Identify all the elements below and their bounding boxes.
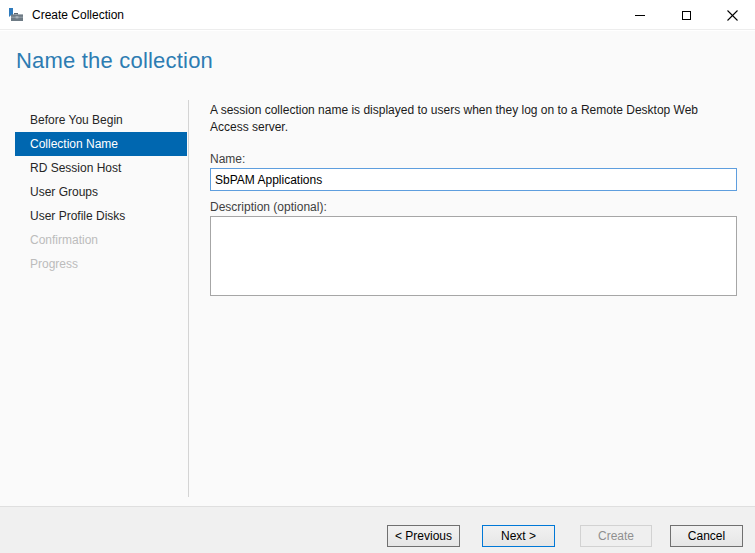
server-manager-toolbox-icon <box>8 7 24 23</box>
sidebar-item-collection-name[interactable]: Collection Name <box>15 132 187 156</box>
wizard-body: Name the collection Before You Begin Col… <box>0 31 755 506</box>
sidebar-item-before-you-begin[interactable]: Before You Begin <box>15 108 187 132</box>
intro-text: A session collection name is displayed t… <box>210 102 737 136</box>
page-title: Name the collection <box>16 48 213 74</box>
create-button[interactable]: Create <box>580 525 652 547</box>
sidebar-item-rd-session-host[interactable]: RD Session Host <box>15 156 187 180</box>
main-panel: A session collection name is displayed t… <box>210 102 737 136</box>
maximize-icon <box>682 11 691 20</box>
description-textarea[interactable] <box>210 216 737 296</box>
sidebar-divider <box>188 100 189 497</box>
next-button[interactable]: Next > <box>482 525 555 547</box>
wizard-footer: < Previous Next > Create Cancel <box>0 506 755 553</box>
sidebar-item-user-profile-disks[interactable]: User Profile Disks <box>15 204 187 228</box>
maximize-button[interactable] <box>663 0 709 30</box>
minimize-button[interactable] <box>617 0 663 30</box>
close-button[interactable] <box>709 0 755 30</box>
cancel-button[interactable]: Cancel <box>670 525 743 547</box>
name-field-label: Name: <box>210 152 245 166</box>
description-field-label: Description (optional): <box>210 200 327 214</box>
minimize-icon <box>635 15 645 16</box>
window-title: Create Collection <box>32 0 124 30</box>
title-bar: Create Collection <box>0 0 755 30</box>
close-icon <box>727 10 738 21</box>
sidebar-item-progress: Progress <box>15 252 187 276</box>
wizard-steps-sidebar: Before You Begin Collection Name RD Sess… <box>15 108 187 276</box>
collection-name-input[interactable] <box>210 168 737 191</box>
sidebar-item-user-groups[interactable]: User Groups <box>15 180 187 204</box>
previous-button[interactable]: < Previous <box>387 525 460 547</box>
sidebar-item-confirmation: Confirmation <box>15 228 187 252</box>
